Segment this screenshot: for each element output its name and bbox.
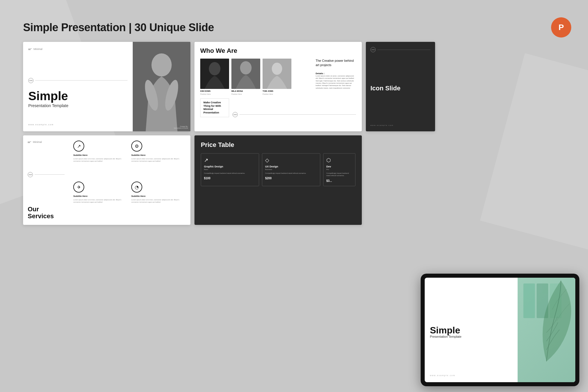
svg-point-4 <box>209 62 220 75</box>
slide4-logo-text: Minimal <box>33 141 42 143</box>
tablet-photo-panel <box>518 278 575 382</box>
slide2-bottom: Make Creative Thing for With Minimal Pre… <box>200 98 356 117</box>
price-card1-plan: Basic <box>204 169 256 170</box>
tablet-subtitle: Presentation Template <box>430 335 512 338</box>
person1-photo <box>200 59 229 89</box>
service1-icon: ↗ <box>73 141 84 152</box>
slide3-year-text: 2030 <box>371 49 374 51</box>
svg-point-0 <box>151 53 172 76</box>
slide1-main-title: Simple <box>28 90 128 102</box>
powerpoint-icon: P <box>551 17 571 38</box>
woman-silhouette <box>133 42 190 131</box>
credit-name: DESIGNS-STOCK <box>174 127 188 129</box>
service4-text: Lorem ipsum dolor sit d-met, connector a… <box>131 199 186 204</box>
person2-pos: Position Here <box>231 93 260 95</box>
service4-icon: ◔ <box>131 182 142 193</box>
price-card1-icon: ↗ <box>204 157 256 163</box>
price-card2-desc: Compellingly impact backend stand ethica… <box>265 172 317 174</box>
slide2-year-area: 2030 <box>233 98 356 117</box>
person1-name: KIM DOMS <box>200 90 229 92</box>
service4-title: Subtitle Here <box>131 195 186 197</box>
price-card2-plan: Business <box>265 169 317 170</box>
ppt-letter: P <box>559 23 564 32</box>
tablet-title-block: Simple Presentation Template <box>430 326 512 338</box>
slide4-services-title: Our Services <box>28 206 65 220</box>
leaf-decoration <box>518 278 575 364</box>
year-badge: 2030 <box>28 78 33 83</box>
tablet-url: www.example.com <box>430 374 512 376</box>
person2-name: MILA MONA <box>231 90 260 92</box>
price-card-1: ↗ Graphic Design Basic Compellingly impa… <box>201 153 259 186</box>
slide2-content: KIM DOMS Position Here MILA MONA Positio… <box>200 59 356 95</box>
slide5-title: Price Table <box>201 141 355 149</box>
person2-photo <box>231 59 260 89</box>
slide2-year-line <box>239 114 356 115</box>
person1-pos: Position Here <box>200 93 229 95</box>
price-card2-title: UX Design <box>265 165 317 168</box>
page-header: Simple Presentation | 30 Unique Slide P <box>23 17 571 38</box>
person3-name: TOM JOMS <box>263 90 291 92</box>
tablet-spacer <box>430 283 512 289</box>
slide4-year-text: 2030 <box>29 174 32 176</box>
bg-decoration-right <box>480 53 588 250</box>
service-item-4: ◔ Subtitle Here Lorem ipsum dolor sit d-… <box>131 182 186 220</box>
slide4-logo: Minimal <box>28 141 65 143</box>
slide4-left-panel: Minimal 2030 Our Services <box>23 135 69 225</box>
svg-point-6 <box>240 61 252 74</box>
slide1-logo-text: Minimal <box>33 48 42 51</box>
service3-title: Subtitle Here <box>73 195 128 197</box>
slide3-year-area: 2030 <box>370 47 430 52</box>
slide4-year: 2030 <box>28 172 65 177</box>
slide-2: Who We Are KIM DOMS Position Here <box>194 42 362 131</box>
slide-5: Price Table ↗ Graphic Design Basic Compe… <box>194 135 362 225</box>
slide-4: Minimal 2030 Our Services ↗ Subtitle Her… <box>23 135 190 225</box>
price-card3-desc: Compellingly impact backend stand ethica… <box>326 172 352 177</box>
slide2-person-3: TOM JOMS Position Here <box>263 59 291 95</box>
price-card1-desc: Compellingly impact backend stand ethica… <box>204 172 256 174</box>
slide3-year-line <box>377 50 430 50</box>
slide-3: 2030 Icon Slide www.example.com <box>366 42 435 131</box>
person2-silhouette <box>231 59 260 89</box>
slide1-subtitle: Presentation Template <box>28 103 128 108</box>
slide2-year-badge: 2030 <box>233 112 238 117</box>
price-card-3: ⬡ Dev Pro Compellingly impact backend st… <box>323 153 355 186</box>
service-item-1: ↗ Subtitle Here Lorem ipsum dolor sit d-… <box>73 141 128 179</box>
slide1-logo: Minimal <box>28 48 128 51</box>
slide2-persons: KIM DOMS Position Here MILA MONA Positio… <box>200 59 312 95</box>
slide2-cta-box: Make Creative Thing for With Minimal Pre… <box>200 98 229 117</box>
logo-lines-icon <box>28 48 32 50</box>
price-card2-icon: ◇ <box>265 157 317 163</box>
slide5-cards: ↗ Graphic Design Basic Compellingly impa… <box>201 153 355 186</box>
slide2-details-text: Lorem ipsum dolor sit amet, connector ad… <box>316 75 356 89</box>
page-title: Simple Presentation | 30 Unique Slide <box>23 21 214 34</box>
slide1-photo-inner <box>133 42 190 131</box>
service2-icon: ⚙ <box>131 141 142 152</box>
slide-1: Minimal 2030 Simple Presentation Templat… <box>23 42 190 131</box>
price-card3-price: $3... <box>326 179 352 182</box>
price-card-2: ◇ UX Design Business Compellingly impact… <box>262 153 320 186</box>
slide1-photo-panel: Create By: DESIGNS-STOCK <box>133 42 190 131</box>
slide2-right-panel: The Creative power behind art projects D… <box>316 59 356 95</box>
person3-silhouette <box>263 59 291 89</box>
service3-icon: ✈ <box>73 182 84 193</box>
person3-photo <box>263 59 291 89</box>
slide1-year-row: 2030 <box>28 78 128 83</box>
slide1-url: www.example.com <box>28 124 128 126</box>
service2-title: Subtitle Here <box>131 154 186 156</box>
slide3-title: Icon Slide <box>370 85 430 92</box>
service-item-2: ⚙ Subtitle Here Lorem ipsum dolor sit d-… <box>131 141 186 179</box>
tablet-screen: Simple Presentation Template www.example… <box>425 278 575 382</box>
price-card2-price: $200 <box>265 177 317 180</box>
tablet-main-title: Simple <box>430 326 512 335</box>
slide1-credit: Create By: DESIGNS-STOCK <box>174 126 188 129</box>
slide2-person-2: MILA MONA Position Here <box>231 59 260 95</box>
slide-6-cell <box>366 135 435 225</box>
slide4-year-line <box>35 174 65 175</box>
price-card3-title: Dev <box>326 165 352 168</box>
slide2-person-1: KIM DOMS Position Here <box>200 59 229 95</box>
slide2-cta-text: Make Creative Thing for With Minimal Pre… <box>203 101 226 115</box>
service2-text: Lorem ipsum dolor sit d-met, connector a… <box>131 158 186 163</box>
person3-pos: Position Here <box>263 93 291 95</box>
slide1-photo <box>133 42 190 131</box>
slide2-tagline: The Creative power behind art projects <box>316 59 356 68</box>
